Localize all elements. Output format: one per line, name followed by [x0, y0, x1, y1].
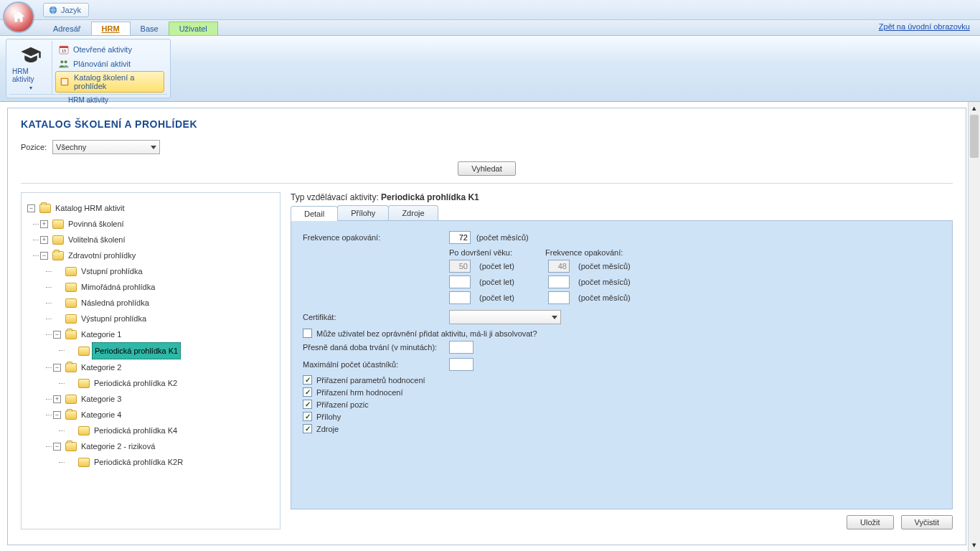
ribbon-hrm-aktivity-button[interactable]: HRM aktivity ▾: [9, 41, 52, 94]
svg-point-5: [65, 60, 67, 63]
tree-node[interactable]: Periodická prohlídka K2R: [92, 454, 185, 470]
tree-node[interactable]: Periodická prohlídka K2: [92, 375, 179, 391]
module-tabs: Adresář HRM Base Uživatel Zpět na úvodní…: [0, 20, 980, 36]
maxpart-input[interactable]: [449, 358, 473, 371]
tree-node[interactable]: Povinná školení: [66, 216, 126, 232]
vertical-scrollbar[interactable]: ▴ ▾: [968, 102, 980, 551]
chk-hrm-eval[interactable]: [303, 387, 312, 397]
tree-expander[interactable]: −: [53, 443, 61, 451]
tree-expander[interactable]: +: [40, 220, 48, 228]
ribbon-item-label: Otevřené aktivity: [73, 45, 132, 54]
tree-node[interactable]: Zdravotní prohlídky: [66, 248, 138, 263]
tree-node[interactable]: Kategorie 1: [79, 326, 123, 342]
tree-expander[interactable]: −: [27, 204, 35, 212]
freq-label: Frekvence opakování:: [303, 233, 443, 242]
home-icon: [11, 9, 27, 25]
tab-adresar[interactable]: Adresář: [43, 22, 91, 35]
tree-expander[interactable]: −: [40, 252, 48, 260]
page-title: KATALOG ŠKOLENÍ A PROHLÍDEK: [21, 118, 953, 130]
chk-params[interactable]: [303, 375, 312, 385]
tree-expander[interactable]: −: [53, 411, 61, 419]
catalog-tree[interactable]: −Katalog HRM aktivit +Povinná školení +V…: [27, 200, 274, 470]
cert-label: Certifikát:: [303, 313, 443, 321]
tab-detail[interactable]: Detail: [291, 206, 338, 221]
chk-resources[interactable]: [303, 424, 312, 433]
folder-icon: [78, 347, 90, 356]
chk-label: Zdroje: [316, 425, 339, 433]
separator: [21, 183, 953, 184]
freq-input[interactable]: [449, 231, 471, 244]
ribbon-item-otevrene-aktivity[interactable]: 15 Otevřené aktivity: [55, 42, 164, 57]
ribbon-group-hrm-aktivity: HRM aktivity ▾ 15 Otevřené aktivity Plán…: [6, 39, 171, 98]
cert-combo[interactable]: [449, 310, 561, 324]
search-button[interactable]: Vyhledat: [458, 161, 515, 176]
tree-node[interactable]: Periodická prohlídka K4: [92, 423, 179, 438]
tree-node-root[interactable]: Katalog HRM aktivit: [53, 200, 127, 216]
tree-node-selected[interactable]: Periodická prohlídka K1: [92, 342, 181, 359]
agefreq-input-3[interactable]: [548, 291, 570, 304]
tree-expander[interactable]: +: [53, 395, 61, 403]
scroll-up-icon[interactable]: ▴: [969, 102, 980, 114]
agefreq-input-1[interactable]: [548, 260, 570, 273]
tree-node[interactable]: Vstupní prohlídka: [79, 263, 145, 279]
age-grid: (počet let) (počet měsíců) (počet let) (…: [449, 260, 941, 304]
tab-hrm[interactable]: HRM: [91, 22, 131, 35]
duration-input[interactable]: [449, 341, 473, 354]
tree-node[interactable]: Kategorie 3: [79, 391, 123, 407]
tree-node[interactable]: Kategorie 2 - riziková: [79, 438, 157, 454]
detail-body: Frekvence opakování: (počet měsíců) Po d…: [291, 221, 953, 509]
chk-label: Přiřazení parametrů hodnocení: [316, 376, 425, 385]
tree-node[interactable]: Výstupní prohlídka: [79, 311, 149, 326]
age-input-2[interactable]: [449, 276, 471, 288]
agefreq-input-2[interactable]: [548, 276, 570, 288]
folder-icon: [78, 379, 90, 388]
language-label: Jazyk: [61, 6, 81, 14]
tree-node[interactable]: Kategorie 2: [79, 359, 123, 375]
graduation-cap-icon: [20, 44, 42, 66]
tab-zdroje[interactable]: Zdroje: [388, 205, 438, 220]
back-to-start-link[interactable]: Zpět na úvodní obrazovku: [879, 22, 970, 31]
people-icon: [58, 58, 70, 70]
folder-icon: [52, 220, 64, 229]
tree-pane: −Katalog HRM aktivit +Povinná školení +V…: [21, 192, 281, 529]
save-button[interactable]: Uložit: [847, 515, 894, 529]
chk-attachments[interactable]: [303, 412, 312, 421]
svg-text:15: 15: [62, 49, 67, 53]
detail-header-name: Periodická prohlídka K1: [381, 192, 479, 202]
maxpart-label: Maximální počet účastníků:: [303, 360, 443, 369]
folder-icon: [65, 442, 77, 451]
tree-node[interactable]: Mimořádná prohlídka: [79, 279, 157, 295]
tab-prilohy[interactable]: Přílohy: [337, 205, 389, 220]
scroll-down-icon[interactable]: ▾: [969, 539, 980, 551]
language-tab[interactable]: Jazyk: [43, 3, 89, 17]
age-col-header: Po dovršení věku:: [449, 248, 512, 257]
titlebar: Jazyk: [0, 0, 980, 20]
tree-node[interactable]: Volitelná školení: [66, 232, 128, 248]
perm-checkbox[interactable]: [303, 329, 312, 338]
svg-rect-2: [60, 46, 68, 48]
age-input-3[interactable]: [449, 291, 471, 304]
folder-icon: [65, 314, 77, 324]
folder-icon: [65, 395, 77, 404]
folder-icon: [65, 267, 77, 276]
folder-icon: [78, 426, 90, 435]
calendar-icon: 15: [58, 44, 70, 55]
tree-expander[interactable]: −: [53, 364, 61, 372]
age-input-1[interactable]: [449, 260, 471, 273]
chk-positions[interactable]: [303, 400, 312, 409]
pozice-label: Pozice:: [21, 143, 47, 151]
clear-button[interactable]: Vyčistit: [901, 515, 953, 529]
tree-node[interactable]: Následná prohlídka: [79, 295, 151, 311]
folder-icon: [65, 298, 77, 308]
tab-uzivatel[interactable]: Uživatel: [169, 22, 218, 35]
ribbon-item-label: Katalog školení a prohlídek: [74, 73, 161, 90]
folder-icon: [65, 283, 77, 292]
tree-node[interactable]: Kategorie 4: [79, 407, 123, 423]
tab-base[interactable]: Base: [131, 22, 169, 35]
tree-expander[interactable]: +: [40, 236, 48, 244]
ribbon-item-planovani-aktivit[interactable]: Plánování aktivit: [55, 57, 164, 71]
ribbon-item-katalog-skoleni[interactable]: Katalog školení a prohlídek: [55, 71, 164, 93]
tree-expander[interactable]: −: [53, 331, 61, 339]
pozice-combo[interactable]: Všechny: [52, 140, 160, 154]
app-orb-button[interactable]: [3, 1, 34, 33]
